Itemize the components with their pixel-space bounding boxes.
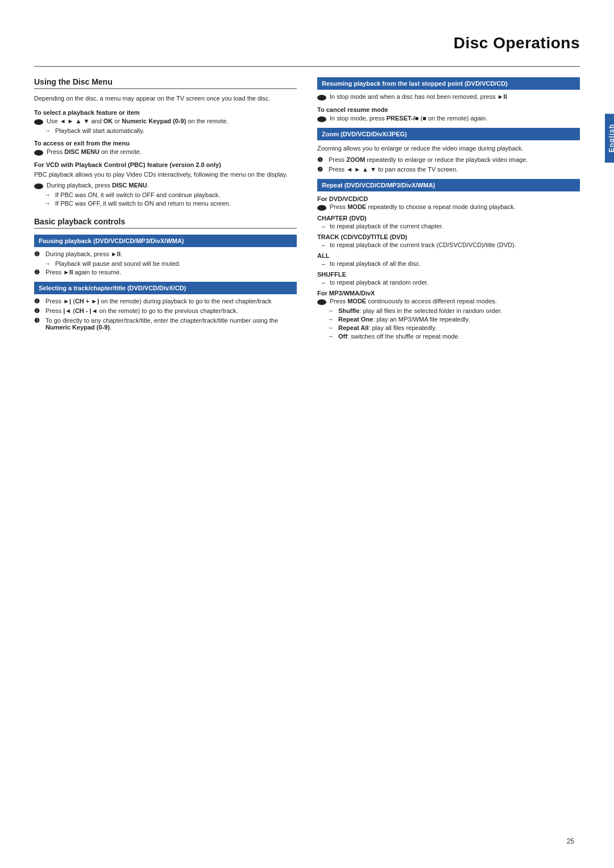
select-feature-arrow: → Playback will start automatically. <box>44 127 297 134</box>
step-number: ❶ <box>34 298 43 305</box>
pbc-arrow2-text: If PBC was OFF, it will switch to ON and… <box>55 200 231 207</box>
main-divider <box>34 66 580 67</box>
step-number: ❷ <box>317 166 326 173</box>
mp3-arrow1: → Shuffle: play all files in the selecte… <box>327 307 580 314</box>
bullet-icon <box>34 183 43 189</box>
shuffle-label: SHUFFLE <box>317 271 580 278</box>
select-step2-text: Press |◄ (CH - |◄ on the remote) to go t… <box>45 307 238 314</box>
subsec-access-menu-title: To access or exit from the menu <box>34 140 297 147</box>
select-feature-bullet: Use ◄ ► ▲ ▼ and OK or Numeric Keypad (0-… <box>34 118 297 125</box>
zoom-step1: ❶ Press ZOOM repeatedly to enlarge or re… <box>317 156 580 164</box>
mp3-arrow1-text: Shuffle: play all files in the selected … <box>338 307 502 314</box>
access-menu-bullet: Press DISC MENU on the remote. <box>34 148 297 156</box>
mp3-arrow3: → Repeat All: play all files repeatedly. <box>327 324 580 331</box>
bullet-icon <box>317 299 326 305</box>
select-step1-text: Press ►| (CH + ►| on the remote) during … <box>45 298 272 304</box>
shuffle-dash-item: – to repeat playback at random order. <box>322 279 580 286</box>
bullet-icon <box>317 95 326 101</box>
track-dash-text: to repeat playback of the current track … <box>330 241 516 248</box>
step-number: ❸ <box>34 317 43 324</box>
dash-icon: – <box>322 223 330 229</box>
subsec-pbc-title: For VCD with Playback Control (PBC) feat… <box>34 161 297 168</box>
chapter-dvd-title: CHAPTER (DVD) <box>317 215 580 222</box>
mp3-arrow3-text: Repeat All: play all files repeatedly. <box>338 324 437 331</box>
dash-icon: – <box>322 260 330 267</box>
step-number: ❷ <box>34 269 43 276</box>
arrow-icon: → <box>44 191 53 198</box>
resume-box: Resuming playback from the last stopped … <box>317 77 580 90</box>
for-dvd-bullet: Press MODE repeatedly to choose a repeat… <box>317 203 580 211</box>
pause-step1: ❶ During playback, press ►II. <box>34 251 297 258</box>
zoom-step1-text: Press ZOOM repeatedly to enlarge or redu… <box>329 156 528 163</box>
all-dash-text: to repeat playback of all the disc. <box>330 260 421 267</box>
right-column: Resuming playback from the last stopped … <box>317 77 580 341</box>
two-column-layout: Using the Disc Menu Depending on the dis… <box>34 77 580 341</box>
track-title-label: TRACK (CD/VCD)/TITLE (DVD) <box>317 233 580 240</box>
bullet-icon <box>317 205 326 211</box>
left-column: Using the Disc Menu Depending on the dis… <box>34 77 297 341</box>
arrow-icon: → <box>327 316 337 323</box>
mp3-arrow4-text: Off: switches off the shuffle or repeat … <box>338 333 460 340</box>
select-step2: ❷ Press |◄ (CH - |◄ on the remote) to go… <box>34 307 297 315</box>
for-mp3-title: For MP3/WMA/DivX <box>317 290 580 297</box>
pbc-bullet-text: During playback, press DISC MENU. <box>47 182 149 189</box>
arrow-icon: → <box>327 324 337 331</box>
mp3-arrow2-text: Repeat One: play an MP3/WMA file repeate… <box>338 316 470 323</box>
page: English Disc Operations Using the Disc M… <box>0 0 614 868</box>
select-track-box: Selecting a track/chapter/title (DVD/VCD… <box>34 282 297 294</box>
pbc-arrow2: → If PBC was OFF, it will switch to ON a… <box>44 200 297 207</box>
pbc-arrow1-text: If PBC was ON, it will switch to OFF and… <box>55 191 220 198</box>
bullet-icon <box>34 119 43 125</box>
section-disc-menu-intro: Depending on the disc, a menu may appear… <box>34 94 297 103</box>
for-dvd-bullet-text: Press MODE repeatedly to choose a repeat… <box>330 203 516 210</box>
pause-step1-arrow: → Playback will pause and sound will be … <box>44 260 297 267</box>
step-number: ❷ <box>34 307 43 315</box>
dash-icon: – <box>322 241 330 248</box>
subsec-select-feature-title: To select a playback feature or item <box>34 109 297 116</box>
pause-step2: ❷ Press ►II again to resume. <box>34 269 297 276</box>
arrow-icon: → <box>327 307 337 314</box>
for-mp3-bullet: Press MODE continuously to access differ… <box>317 298 580 305</box>
arrow-icon: → <box>44 260 53 267</box>
select-feature-arrow-text: Playback will start automatically. <box>55 127 144 134</box>
mp3-arrow2: → Repeat One: play an MP3/WMA file repea… <box>327 316 580 323</box>
select-feature-text: Use ◄ ► ▲ ▼ and OK or Numeric Keypad (0-… <box>47 118 228 124</box>
cancel-resume-bullet: In stop mode, press PRESET-/■ (■ on the … <box>317 115 580 122</box>
select-step3-text: To go directly to any chapter/track/titl… <box>45 317 297 331</box>
dash-icon: – <box>322 279 330 286</box>
resume-bullet-text: In stop mode and when a disc has not bee… <box>330 93 507 100</box>
access-menu-text: Press DISC MENU on the remote. <box>47 148 142 155</box>
chapter-dash-item: – to repeat playback of the current chap… <box>322 223 580 229</box>
page-title: Disc Operations <box>34 34 580 56</box>
select-step3: ❸ To go directly to any chapter/track/ti… <box>34 317 297 331</box>
pause-box: Pausing playback (DVD/VCD/CD/MP3/DivX/WM… <box>34 235 297 247</box>
cancel-resume-title: To cancel resume mode <box>317 106 580 113</box>
zoom-intro: Zooming allows you to enlarge or reduce … <box>317 144 580 153</box>
pbc-bullet: During playback, press DISC MENU. <box>34 182 297 189</box>
pbc-intro: PBC playback allows you to play Video CD… <box>34 170 297 180</box>
for-dvd-title: For DVD/VCD/CD <box>317 195 580 202</box>
bullet-icon <box>34 150 43 156</box>
zoom-step2: ❷ Press ◄ ► ▲ ▼ to pan across the TV scr… <box>317 166 580 173</box>
arrow-icon: → <box>327 333 337 340</box>
mp3-arrow4: → Off: switches off the shuffle or repea… <box>327 333 580 340</box>
step-number: ❶ <box>34 251 43 258</box>
cancel-resume-text: In stop mode, press PRESET-/■ (■ on the … <box>330 115 487 122</box>
zoom-box: Zoom (DVD/VCD/DivX/JPEG) <box>317 128 580 140</box>
chapter-dash-text: to repeat playback of the current chapte… <box>330 223 443 229</box>
pause-step1-text: During playback, press ►II. <box>45 251 122 257</box>
track-dash-item: – to repeat playback of the current trac… <box>322 241 580 248</box>
pause-step2-text: Press ►II again to resume. <box>45 269 121 276</box>
language-tab: English <box>605 114 614 162</box>
zoom-step2-text: Press ◄ ► ▲ ▼ to pan across the TV scree… <box>329 166 458 173</box>
bullet-icon <box>317 116 326 122</box>
pbc-arrow1: → If PBC was ON, it will switch to OFF a… <box>44 191 297 198</box>
step-number: ❶ <box>317 156 326 164</box>
section-basic-playback-title: Basic playback controls <box>34 217 297 229</box>
shuffle-dash-text: to repeat playback at random order. <box>330 279 429 286</box>
arrow-icon: → <box>44 127 53 134</box>
for-mp3-bullet-text: Press MODE continuously to access differ… <box>330 298 497 304</box>
section-disc-menu-title: Using the Disc Menu <box>34 77 297 89</box>
page-number: 25 <box>567 837 574 845</box>
repeat-box: Repeat (DVD/VCD/CD/MP3/DivX/WMA) <box>317 179 580 191</box>
